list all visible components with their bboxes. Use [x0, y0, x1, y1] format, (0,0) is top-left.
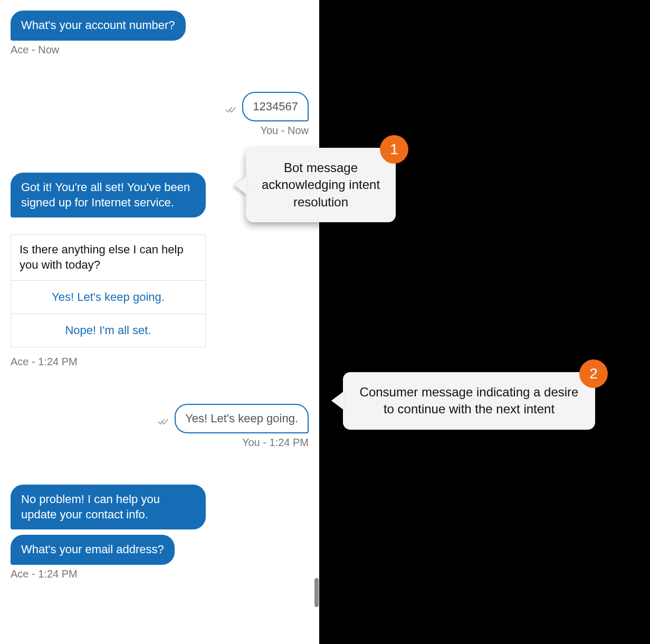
option-button-no[interactable]: Nope! I'm all set. [11, 314, 205, 347]
options-card-group: Is there anything else I can help you wi… [11, 222, 309, 367]
chat-panel: What's your account number? Ace - Now 12… [0, 0, 319, 644]
callout-badge: 1 [380, 135, 408, 164]
annotation-callout-1: 1 Bot message acknowledging intent resol… [246, 148, 396, 222]
message-meta: Ace - Now [11, 44, 309, 56]
user-message: 1234567 You - Now [11, 92, 309, 137]
agent-message: What's your account number? Ace - Now [11, 11, 309, 56]
user-bubble: Yes! Let's keep going. [175, 404, 309, 434]
read-receipt-icon [158, 418, 170, 428]
read-receipt-icon [225, 106, 238, 116]
options-card: Is there anything else I can help you wi… [11, 234, 206, 347]
callout-tail-icon [234, 176, 247, 195]
message-meta: You - 1:24 PM [11, 437, 309, 449]
agent-bubble: No problem! I can help you update your c… [11, 485, 206, 529]
scrollbar-thumb[interactable] [314, 578, 319, 607]
callout-badge: 2 [579, 359, 608, 388]
option-button-yes[interactable]: Yes! Let's keep going. [11, 280, 205, 314]
agent-bubble: Got it! You're all set! You've been sign… [11, 173, 206, 217]
agent-bubble: What's your email address? [11, 535, 175, 565]
callout-text: Bot message acknowledging intent resolut… [260, 159, 382, 211]
annotation-callout-2: 2 Consumer message indicating a desire t… [343, 372, 595, 430]
agent-message-group: No problem! I can help you update your c… [11, 485, 309, 580]
side-panel [319, 0, 650, 644]
callout-tail-icon [331, 391, 344, 410]
chat-content: What's your account number? Ace - Now 12… [11, 11, 309, 584]
user-message: Yes! Let's keep going. You - 1:24 PM [11, 404, 309, 449]
message-meta: Ace - 1:24 PM [11, 568, 309, 580]
callout-text: Consumer message indicating a desire to … [357, 384, 581, 418]
message-meta: You - Now [11, 125, 309, 137]
agent-bubble: What's your account number? [11, 11, 186, 41]
options-prompt: Is there anything else I can help you wi… [11, 235, 205, 280]
message-meta: Ace - 1:24 PM [11, 356, 309, 368]
user-bubble: 1234567 [242, 92, 309, 122]
